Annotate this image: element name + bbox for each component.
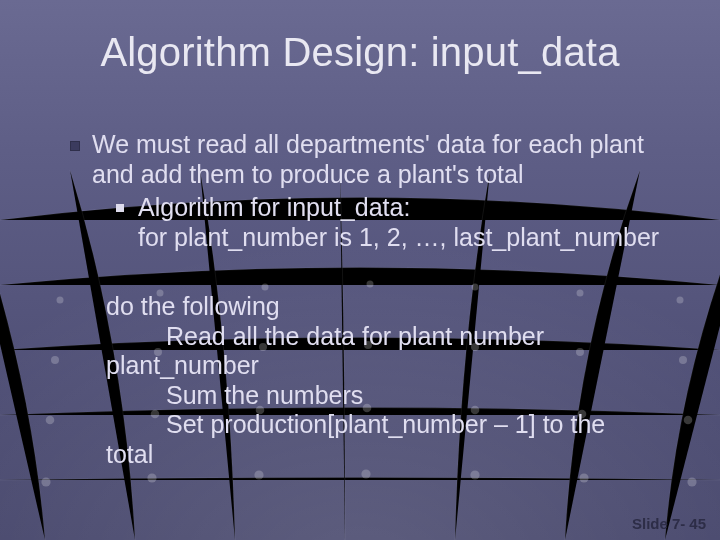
alg-line-5: Set production[plant_number – 1] to the: [106, 410, 690, 440]
alg-line-6: total: [106, 440, 690, 470]
alg-line-3: plant_number: [106, 351, 690, 381]
bullet-level2: Algorithm for input_data: for plant_numb…: [116, 193, 690, 252]
svg-point-23: [254, 470, 263, 479]
body-lead-text: We must read all departments' data for e…: [92, 130, 690, 189]
sub-bullet-text: Algorithm for input_data: for plant_numb…: [138, 193, 690, 252]
svg-point-14: [46, 416, 55, 425]
alg-line-4: Sum the numbers: [106, 381, 690, 411]
svg-point-21: [41, 477, 50, 486]
sub-line2: for plant_number is 1, 2, …, last_plant_…: [138, 223, 690, 253]
bullet-level1: We must read all departments' data for e…: [70, 130, 690, 189]
slide-title: Algorithm Design: input_data: [0, 30, 720, 74]
svg-point-0: [57, 297, 64, 304]
sub-label: Algorithm for input_data:: [138, 193, 690, 223]
alg-line-1: do the following: [106, 292, 690, 322]
slide-footer: Slide 7- 45: [632, 515, 706, 532]
svg-point-26: [579, 473, 588, 482]
footer-label: Slide 7-: [632, 515, 685, 532]
algorithm-block: do the following Read all the data for p…: [106, 292, 690, 469]
alg-line-2: Read all the data for plant number: [106, 322, 690, 352]
svg-point-27: [687, 477, 696, 486]
slide-body: We must read all departments' data for e…: [70, 130, 690, 469]
svg-point-25: [470, 470, 479, 479]
svg-point-22: [147, 473, 156, 482]
svg-point-7: [51, 356, 59, 364]
bullet-square-icon: [70, 141, 80, 151]
footer-page-number: 45: [689, 515, 706, 532]
slide: Algorithm Design: input_data We must rea…: [0, 0, 720, 540]
svg-point-24: [361, 469, 370, 478]
bullet-small-square-icon: [116, 204, 124, 212]
